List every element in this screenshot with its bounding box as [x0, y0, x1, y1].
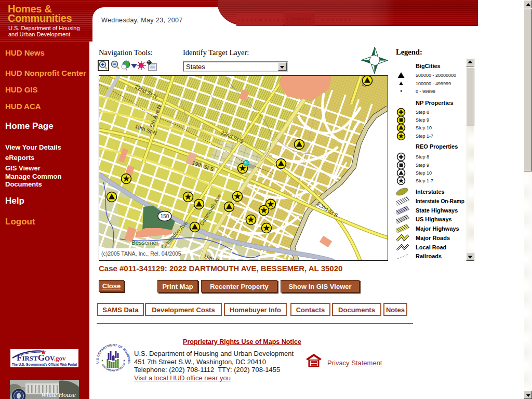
- svg-text:FIRSTGOV.gov: FIRSTGOV.gov: [17, 353, 66, 363]
- svg-text:Local Road: Local Road: [416, 244, 446, 250]
- svg-text:Bessemer: Bessemer: [131, 240, 158, 246]
- svg-text:Step 10: Step 10: [416, 125, 432, 130]
- svg-text:REO Properties: REO Properties: [416, 143, 458, 150]
- svg-text:Step 9: Step 9: [416, 117, 429, 123]
- svg-text:Railroads: Railroads: [416, 253, 442, 259]
- svg-text:Interstates: Interstates: [416, 189, 445, 195]
- svg-text:Major Highways: Major Highways: [416, 225, 459, 232]
- svg-text:Step 8: Step 8: [416, 110, 429, 115]
- svg-text:Major Roads: Major Roads: [416, 235, 450, 241]
- svg-text:Interstate On-Ramp: Interstate On-Ramp: [416, 198, 464, 204]
- svg-text:Step 9: Step 9: [416, 163, 429, 168]
- svg-text:NP Properties: NP Properties: [416, 100, 454, 106]
- svg-text:White House: White House: [41, 391, 76, 398]
- svg-text:Step 10: Step 10: [416, 170, 432, 176]
- svg-text:500000 - 20000000: 500000 - 20000000: [416, 73, 456, 78]
- svg-text:The U.S. Government's Official: The U.S. Government's Official Web Porta…: [12, 363, 77, 366]
- svg-text:Step 1-7: Step 1-7: [416, 178, 433, 183]
- svg-text:150: 150: [161, 214, 169, 219]
- svg-text:100000 - 499999: 100000 - 499999: [416, 81, 451, 86]
- svg-text:US Highways: US Highways: [416, 216, 452, 222]
- svg-text:0 - 99999: 0 - 99999: [416, 89, 435, 94]
- svg-text:BigCities: BigCities: [416, 63, 441, 69]
- svg-text:Step 8: Step 8: [416, 154, 429, 159]
- svg-text:Step 1-7: Step 1-7: [416, 134, 433, 139]
- svg-text:(c)2005 TANA, Inc., Rel. 04/20: (c)2005 TANA, Inc., Rel. 04/2005: [101, 250, 181, 257]
- svg-text:State Highways: State Highways: [416, 207, 458, 214]
